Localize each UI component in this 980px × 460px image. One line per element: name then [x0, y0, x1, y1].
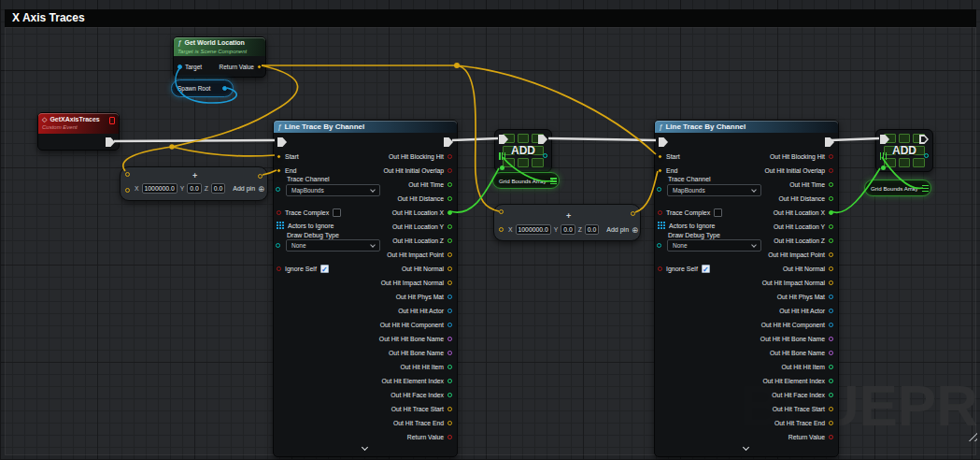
output-pin[interactable] — [829, 323, 833, 327]
trace-complex-pin[interactable] — [277, 210, 281, 215]
line-trace-node-2[interactable]: ƒ Line Trace By Channel Start End Trace … — [654, 120, 839, 457]
add-pin-icon[interactable]: ⊕ — [632, 225, 638, 235]
add-pin-icon[interactable]: ⊕ — [258, 184, 264, 194]
grid-bounds-array-node-1[interactable]: Grid Bounds Array — [492, 172, 560, 189]
output-pin[interactable] — [447, 379, 452, 383]
exec-out-pin[interactable] — [825, 137, 834, 147]
exec-in-pin[interactable] — [659, 137, 668, 147]
vector-result-pin[interactable] — [258, 174, 263, 179]
output-pin[interactable] — [829, 182, 833, 187]
line-trace-node-1[interactable]: ƒ Line Trace By Channel Start End Trace … — [273, 120, 458, 457]
ignore-self-pin[interactable] — [277, 266, 281, 271]
new-item-pin[interactable] — [881, 165, 886, 170]
blueprint-graph-canvas[interactable]: BLUEPRINT X Axis Traces ◇ GetXAxisTraces… — [0, 0, 980, 460]
output-pin[interactable] — [447, 365, 452, 369]
exec-out-pin[interactable] — [444, 137, 453, 147]
add-pin-label[interactable]: Add pin — [233, 185, 255, 192]
output-pin[interactable] — [447, 182, 452, 187]
collapse-chevron-icon[interactable] — [743, 444, 749, 451]
output-pin[interactable] — [829, 435, 833, 439]
trace-channel-pin[interactable] — [276, 187, 280, 192]
vector-add-node-1[interactable]: + X 1000000.0 Y 0.0 Z 0.0 Add pin ⊕ — [120, 166, 268, 201]
target-pin[interactable] — [178, 65, 182, 69]
output-pin[interactable] — [447, 196, 452, 201]
array-add-node-1[interactable]: ADD — [494, 129, 552, 172]
return-index-pin[interactable] — [924, 153, 929, 158]
actors-array-pin[interactable] — [277, 222, 284, 229]
vector-a-pin[interactable] — [499, 209, 504, 214]
output-pin[interactable] — [447, 224, 452, 229]
array-output-pin[interactable] — [550, 178, 557, 184]
output-pin[interactable] — [829, 224, 833, 229]
output-pin[interactable] — [829, 393, 833, 397]
new-item-pin[interactable] — [500, 165, 504, 170]
y-value-input[interactable]: 0.0 — [561, 224, 575, 235]
ignore-self-pin[interactable] — [658, 266, 662, 271]
output-pin[interactable] — [447, 421, 452, 425]
output-pin[interactable] — [829, 421, 833, 425]
output-pin[interactable] — [829, 168, 833, 173]
get-world-location-node[interactable]: ƒ Get World Location Target is Scene Com… — [173, 36, 266, 78]
output-pin[interactable] — [447, 393, 452, 397]
end-pin[interactable] — [658, 168, 662, 173]
output-pin[interactable] — [829, 238, 833, 243]
output-pin[interactable] — [829, 252, 833, 257]
actors-array-pin[interactable] — [658, 222, 665, 229]
y-value-input[interactable]: 0.0 — [187, 183, 201, 194]
output-pin[interactable] — [447, 238, 452, 243]
output-pin[interactable] — [447, 295, 452, 299]
output-pin[interactable] — [829, 266, 833, 271]
exec-out-pin[interactable] — [919, 135, 929, 144]
z-value-input[interactable]: 0.0 — [211, 183, 225, 194]
draw-debug-pin[interactable] — [276, 243, 280, 248]
vector-add-node-2[interactable]: + X 1000000.0 Y 0.0 Z 0.0 Add pin ⊕ — [493, 204, 641, 241]
vector-b-pin[interactable] — [125, 188, 130, 193]
trace-channel-dropdown[interactable]: MapBounds — [667, 184, 761, 196]
exec-out-pin[interactable] — [538, 135, 547, 144]
output-pin[interactable] — [829, 295, 833, 299]
output-pin[interactable] — [829, 280, 833, 285]
array-output-pin[interactable] — [922, 185, 929, 192]
output-pin[interactable] — [447, 351, 452, 355]
start-pin[interactable] — [277, 154, 281, 159]
output-pin[interactable] — [829, 351, 833, 355]
target-array-pin[interactable] — [880, 152, 887, 160]
return-value-pin[interactable] — [257, 65, 262, 69]
output-pin[interactable] — [829, 337, 833, 341]
ignore-self-checkbox[interactable]: ✓ — [702, 265, 710, 273]
trace-complex-pin[interactable] — [658, 210, 662, 215]
target-array-pin[interactable] — [499, 152, 505, 160]
collapse-chevron-icon[interactable] — [362, 444, 368, 451]
output-pin[interactable] — [829, 407, 833, 411]
output-pin[interactable] — [447, 435, 452, 439]
draw-debug-pin[interactable] — [657, 243, 661, 248]
draw-debug-dropdown[interactable]: None — [286, 239, 380, 252]
output-pin[interactable] — [447, 407, 452, 411]
spawn-root-node[interactable]: Spawn Root — [171, 79, 234, 97]
output-pin[interactable] — [829, 196, 833, 201]
output-pin[interactable] — [829, 365, 833, 369]
trace-complex-checkbox[interactable] — [333, 208, 341, 217]
output-pin[interactable] — [447, 323, 452, 327]
vector-a-pin[interactable] — [125, 172, 130, 177]
output-pin[interactable] — [829, 309, 833, 313]
spawn-root-output-pin[interactable] — [222, 86, 227, 91]
x-value-input[interactable]: 1000000.0 — [142, 183, 178, 194]
comment-title[interactable]: X Axis Traces — [5, 9, 976, 27]
output-pin[interactable] — [447, 210, 452, 215]
vector-result-pin[interactable] — [631, 211, 635, 216]
output-pin[interactable] — [447, 337, 452, 341]
trace-channel-dropdown[interactable]: MapBounds — [286, 184, 380, 196]
add-pin-label[interactable]: Add pin — [606, 226, 629, 233]
exec-out-pin[interactable] — [106, 137, 115, 147]
z-value-input[interactable]: 0.0 — [585, 224, 599, 235]
array-add-node-2[interactable]: ADD — [875, 129, 933, 172]
trace-complex-checkbox[interactable] — [714, 208, 722, 217]
exec-in-pin[interactable] — [277, 137, 287, 147]
grid-bounds-array-node-2[interactable]: Grid Bounds Array — [864, 180, 931, 196]
output-pin[interactable] — [829, 379, 833, 383]
end-pin[interactable] — [277, 168, 281, 173]
x-value-input[interactable]: 1000000.0 — [516, 224, 551, 235]
output-pin[interactable] — [829, 154, 833, 159]
start-pin[interactable] — [658, 154, 662, 159]
